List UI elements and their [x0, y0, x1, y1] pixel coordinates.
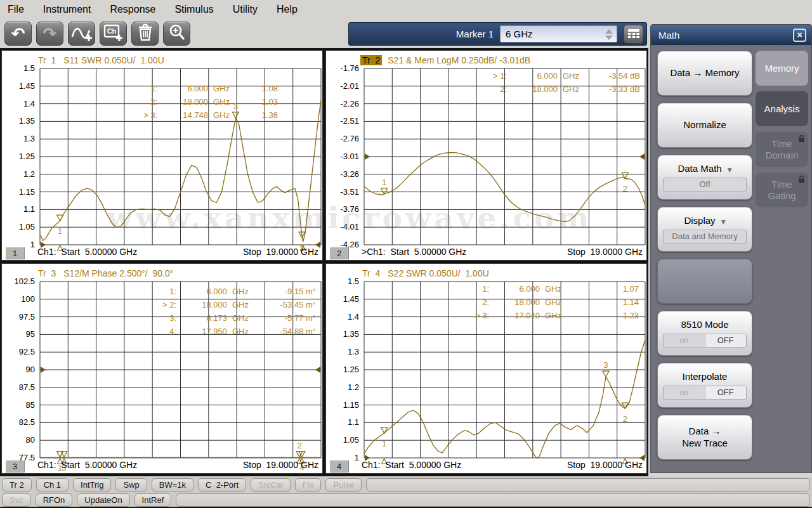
toggle-off-option[interactable]: OFF: [705, 334, 747, 347]
add-trace-icon: [71, 23, 93, 44]
menu-bar: FileInstrumentResponseStimulusUtilityHel…: [0, 0, 812, 19]
sweep-start-label: Ch1: Start 5.00000 GHz: [37, 247, 137, 257]
toggle-on-option[interactable]: on: [664, 386, 705, 399]
marker-readout-unit: GHz: [540, 297, 569, 307]
marker-spinner[interactable]: [603, 27, 615, 42]
marker-readout-value: -5.77 m°: [256, 313, 316, 323]
spinner-up-icon[interactable]: [605, 29, 613, 34]
math-sub-value[interactable]: Data and Memory: [663, 230, 747, 244]
marker-readout-value: -9.15 m°: [256, 287, 316, 296]
marker-readout-row: 3:6.173GHz-5.77 m°: [141, 313, 316, 323]
plot-canvas: 12: [326, 51, 648, 261]
plot-cell-4[interactable]: Tr 4S22 SWR 0.050U/ 1.00U1.51.451.41.351…: [325, 263, 647, 474]
ref-level-arrow-left: [365, 153, 370, 160]
zoom-button[interactable]: [163, 22, 190, 46]
spinner-down-icon[interactable]: [605, 36, 613, 40]
menu-item-file[interactable]: File: [8, 4, 24, 15]
math-sub-value[interactable]: Off: [663, 178, 747, 192]
blank-button: [657, 259, 752, 304]
marker-readout-unit: GHz: [227, 327, 256, 336]
status-filler: [366, 478, 810, 492]
data-to-memory-button[interactable]: Data → Memory: [657, 51, 752, 96]
marker-readout-number: > 3:: [454, 311, 489, 320]
on-off-toggle[interactable]: onOFF: [663, 334, 747, 348]
marker-frequency-value: 6 GHz: [506, 29, 533, 39]
marker-readout-number: 1:: [454, 284, 489, 294]
sweep-stop-label: Stop 19.0000 GHz: [567, 247, 643, 257]
ref-level-arrow-left: [41, 367, 46, 373]
delete-icon: [136, 23, 154, 44]
math-tab-column: MemoryAnalysisTime DomainTime Gating: [756, 51, 808, 207]
interpolate-button[interactable]: InterpolateonOFF: [657, 363, 752, 408]
marker-number: 1: [382, 439, 386, 448]
toggle-on-option[interactable]: on: [664, 334, 705, 347]
marker-frequency-input[interactable]: 6 GHz: [500, 25, 617, 42]
menu-item-response[interactable]: Response: [110, 4, 155, 15]
undo-icon: ↶: [11, 25, 25, 42]
plot-cell-3[interactable]: Tr 3S12/M Phase 2.500°/ 90.0°102.510097.…: [1, 263, 323, 474]
marker-readout-number: 2:: [122, 97, 157, 107]
mode-8510-button[interactable]: 8510 ModeonOFF: [657, 311, 752, 356]
status-rfon[interactable]: RFOn: [36, 493, 73, 507]
sweep-stop-label: Stop 19.0000 GHz: [567, 460, 643, 470]
close-icon[interactable]: ×: [793, 29, 806, 42]
marker-number: 2: [298, 441, 302, 450]
add-channel-button[interactable]: Ch: [100, 22, 127, 46]
window-number-badge: 2: [330, 247, 349, 259]
marker-readout-unit: GHz: [558, 71, 587, 81]
marker-readout-value: 1.36: [237, 110, 278, 120]
status-fix: Fix: [295, 478, 321, 492]
status-updateon[interactable]: UpdateOn: [77, 493, 129, 507]
toggle-off-option[interactable]: OFF: [705, 386, 747, 399]
plot-cell-1[interactable]: Tr 1S11 SWR 0.050U/ 1.00U1.51.451.41.351…: [1, 50, 323, 261]
status-pulse: Pulse: [325, 478, 362, 492]
keypad-icon: [627, 29, 640, 40]
status-intref[interactable]: IntRef: [134, 493, 172, 507]
marker-readout-value: 1.14: [569, 297, 639, 307]
status-srccal: SrcCal: [251, 478, 291, 492]
tab-analysis[interactable]: Analysis: [756, 91, 808, 126]
sweep-start-label: >Ch1: Start 5.00000 GHz: [362, 247, 466, 257]
delete-button[interactable]: [131, 22, 159, 46]
ref-level-arrow-right: [315, 367, 320, 373]
math-button-label: Data Math▼: [678, 163, 731, 175]
on-off-toggle[interactable]: onOFF: [663, 386, 747, 400]
menu-item-help[interactable]: Help: [277, 4, 298, 15]
svg-text:Ch: Ch: [107, 27, 116, 35]
data-to-new-trace-button[interactable]: Data →New Trace: [657, 415, 752, 460]
normalize-button[interactable]: Normalize: [657, 103, 752, 148]
redo-icon: ↷: [43, 25, 57, 42]
marker-readout-row: 1:6.000GHz1.08: [122, 84, 278, 93]
marker-readout-row: 2:18.000GHz1.14: [454, 297, 639, 307]
status-swp[interactable]: Swp: [115, 478, 147, 492]
keypad-button[interactable]: [624, 25, 643, 44]
status-tr-2[interactable]: Tr 2: [2, 478, 32, 492]
math-button-label: Interpolate: [683, 371, 728, 383]
status-bw-1k[interactable]: BW=1k: [152, 478, 193, 492]
sweep-start-label: Ch1: Start 5.00000 GHz: [37, 460, 137, 470]
marker-readout-number: 3:: [141, 313, 176, 323]
marker-readout-value: 1.07: [569, 284, 639, 294]
marker-readout-frequency: 18.000: [507, 84, 558, 94]
display-button[interactable]: Display▼Data and Memory: [657, 207, 752, 252]
tab-memory[interactable]: Memory: [756, 51, 808, 86]
menu-item-utility[interactable]: Utility: [233, 4, 258, 15]
add-trace-button[interactable]: [68, 22, 95, 46]
lock-icon: [798, 174, 805, 185]
status-c-2-port[interactable]: C 2-Port: [198, 478, 246, 492]
data-math-button[interactable]: Data Math▼Off: [657, 155, 752, 200]
marker-readout-row: 2:18.000GHz1.03: [122, 97, 278, 107]
math-button-label: Normalize: [683, 119, 726, 131]
tab-label: Analysis: [764, 103, 800, 114]
marker-number: 1: [382, 178, 386, 187]
add-channel-icon: Ch: [103, 23, 124, 44]
marker-bar: Marker 1 6 GHz: [348, 22, 647, 46]
status-ch-1[interactable]: Ch 1: [36, 478, 69, 492]
plot-cell-2[interactable]: Tr 2S21 & Mem LogM 0.250dB/ -3.01dB-1.76…: [325, 50, 647, 261]
status-inttrig[interactable]: IntTrig: [73, 478, 111, 492]
menu-item-instrument[interactable]: Instrument: [43, 4, 91, 15]
marker-readout-value: 1.23: [569, 311, 639, 320]
menu-item-stimulus[interactable]: Stimulus: [174, 4, 213, 15]
marker-readout-row: 2:18.000GHz-3.33 dB: [471, 84, 640, 94]
undo-button[interactable]: ↶: [4, 22, 32, 46]
